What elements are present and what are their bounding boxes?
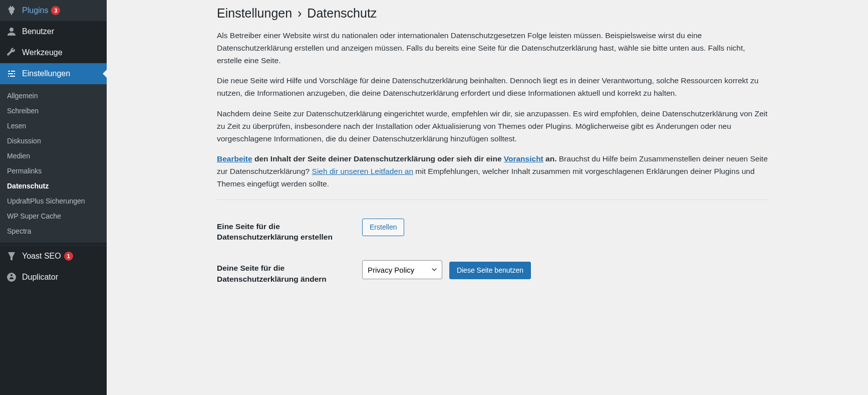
p4-mid1: den Inhalt der Seite deiner Datenschutze…	[252, 154, 504, 163]
sidebar-item-label: Werkzeuge	[22, 48, 63, 57]
edit-page-link[interactable]: Bearbeite	[217, 154, 252, 163]
update-badge: 3	[51, 6, 60, 15]
sidebar-item-settings[interactable]: Einstellungen	[0, 63, 107, 84]
intro-paragraph-3: Nachdem deine Seite zur Datenschutzerklä…	[217, 108, 768, 145]
update-badge: 1	[64, 252, 73, 261]
breadcrumb-separator: ›	[298, 6, 302, 20]
sidebar-item-label: Benutzer	[22, 27, 54, 36]
admin-sidebar: Plugins 3 Benutzer Werkzeuge Einstellung…	[0, 0, 107, 395]
submenu-permalinks[interactable]: Permalinks	[0, 163, 107, 178]
change-page-label: Deine Seite für die Datenschutzerklärung…	[217, 253, 357, 294]
divider	[217, 200, 768, 200]
sidebar-item-label: Plugins	[22, 6, 48, 15]
sliders-icon	[6, 68, 17, 79]
breadcrumb-current: Datenschutz	[307, 6, 377, 20]
submenu-general[interactable]: Allgemein	[0, 88, 107, 103]
sidebar-item-tools[interactable]: Werkzeuge	[0, 42, 107, 63]
sidebar-item-plugins[interactable]: Plugins 3	[0, 0, 107, 21]
page-title: Einstellungen › Datenschutz	[217, 6, 768, 21]
sidebar-item-duplicator[interactable]: Duplicator	[0, 267, 107, 288]
privacy-page-select[interactable]: Privacy Policy	[362, 260, 442, 279]
privacy-settings-table: Eine Seite für die Datenschutzerklärung …	[217, 211, 768, 295]
content-area: Einstellungen › Datenschutz Als Betreibe…	[107, 0, 868, 395]
duplicator-icon	[6, 272, 17, 283]
submenu-discussion[interactable]: Diskussion	[0, 133, 107, 148]
sidebar-item-label: Einstellungen	[22, 69, 70, 78]
intro-paragraph-2: Die neue Seite wird Hilfe und Vorschläge…	[217, 75, 768, 100]
sidebar-item-label: Duplicator	[22, 273, 58, 282]
intro-paragraph-4: Bearbeite den Inhalt der Seite deiner Da…	[217, 153, 768, 190]
create-page-button[interactable]: Erstellen	[362, 219, 404, 236]
sidebar-item-users[interactable]: Benutzer	[0, 21, 107, 42]
submenu-spectra[interactable]: Spectra	[0, 224, 107, 239]
yoast-icon	[6, 251, 17, 262]
create-page-label: Eine Seite für die Datenschutzerklärung …	[217, 211, 357, 253]
submenu-updraft[interactable]: UpdraftPlus Sicherungen	[0, 193, 107, 209]
user-icon	[6, 26, 17, 37]
settings-submenu: Allgemein Schreiben Lesen Diskussion Med…	[0, 84, 107, 243]
plug-icon	[6, 5, 17, 16]
submenu-privacy[interactable]: Datenschutz	[0, 178, 107, 193]
intro-paragraph-1: Als Betreiber einer Website wirst du nat…	[217, 30, 768, 67]
submenu-writing[interactable]: Schreiben	[0, 103, 107, 118]
breadcrumb-parent: Einstellungen	[217, 6, 292, 20]
p4-mid2: an.	[543, 154, 557, 163]
wrench-icon	[6, 47, 17, 58]
preview-page-link[interactable]: Voransicht	[504, 154, 543, 163]
submenu-wpsc[interactable]: WP Super Cache	[0, 209, 107, 224]
sidebar-item-label: Yoast SEO	[22, 252, 61, 261]
use-page-button[interactable]: Diese Seite benutzen	[449, 262, 531, 279]
submenu-reading[interactable]: Lesen	[0, 118, 107, 133]
guide-link[interactable]: Sieh dir unseren Leitfaden an	[312, 167, 414, 175]
submenu-media[interactable]: Medien	[0, 148, 107, 163]
sidebar-item-yoast[interactable]: Yoast SEO 1	[0, 246, 107, 267]
